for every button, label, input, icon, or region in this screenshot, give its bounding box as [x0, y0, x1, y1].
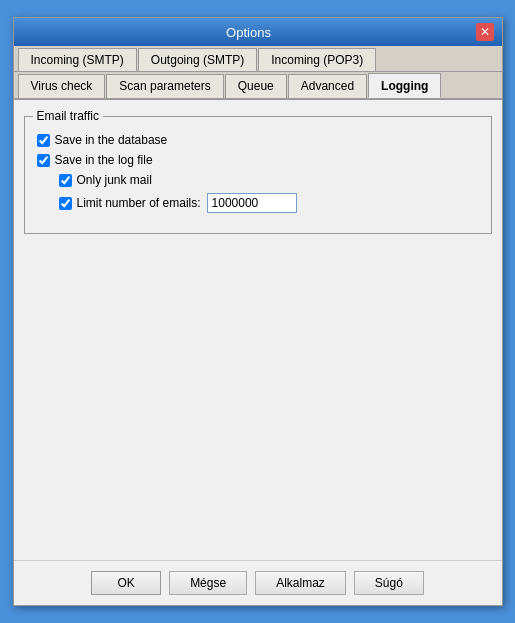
- save-log-row: Save in the log file: [37, 153, 479, 167]
- email-traffic-group: Email traffic Save in the database Save …: [24, 116, 492, 234]
- cancel-button[interactable]: Mégse: [169, 571, 247, 595]
- tab-queue[interactable]: Queue: [225, 74, 287, 98]
- limit-emails-input[interactable]: [207, 193, 297, 213]
- window-title: Options: [22, 25, 476, 40]
- options-window: Options ✕ Incoming (SMTP) Outgoing (SMTP…: [13, 17, 503, 606]
- group-legend: Email traffic: [33, 109, 103, 123]
- limit-emails-label: Limit number of emails:: [77, 196, 201, 210]
- save-db-checkbox[interactable]: [37, 134, 50, 147]
- tab-logging[interactable]: Logging: [368, 73, 441, 98]
- help-button[interactable]: Súgó: [354, 571, 424, 595]
- title-bar: Options ✕: [14, 18, 502, 46]
- tab-advanced[interactable]: Advanced: [288, 74, 367, 98]
- only-junk-label: Only junk mail: [77, 173, 152, 187]
- tab-outgoing-smtp[interactable]: Outgoing (SMTP): [138, 48, 257, 71]
- limit-emails-checkbox[interactable]: [59, 197, 72, 210]
- save-db-label: Save in the database: [55, 133, 168, 147]
- save-log-checkbox[interactable]: [37, 154, 50, 167]
- save-log-label: Save in the log file: [55, 153, 153, 167]
- limit-emails-row: Limit number of emails:: [59, 193, 479, 213]
- tab-virus-check[interactable]: Virus check: [18, 74, 106, 98]
- content-area: Email traffic Save in the database Save …: [14, 100, 502, 560]
- tab-scan-parameters[interactable]: Scan parameters: [106, 74, 223, 98]
- only-junk-checkbox[interactable]: [59, 174, 72, 187]
- footer: OK Mégse Alkalmaz Súgó: [14, 560, 502, 605]
- tab-row-top: Incoming (SMTP) Outgoing (SMTP) Incoming…: [14, 46, 502, 72]
- only-junk-row: Only junk mail: [59, 173, 479, 187]
- save-db-row: Save in the database: [37, 133, 479, 147]
- apply-button[interactable]: Alkalmaz: [255, 571, 346, 595]
- ok-button[interactable]: OK: [91, 571, 161, 595]
- close-button[interactable]: ✕: [476, 23, 494, 41]
- tab-incoming-smtp[interactable]: Incoming (SMTP): [18, 48, 137, 71]
- close-icon: ✕: [480, 25, 490, 39]
- tab-row-bottom: Virus check Scan parameters Queue Advanc…: [14, 72, 502, 100]
- tab-incoming-pop3[interactable]: Incoming (POP3): [258, 48, 376, 71]
